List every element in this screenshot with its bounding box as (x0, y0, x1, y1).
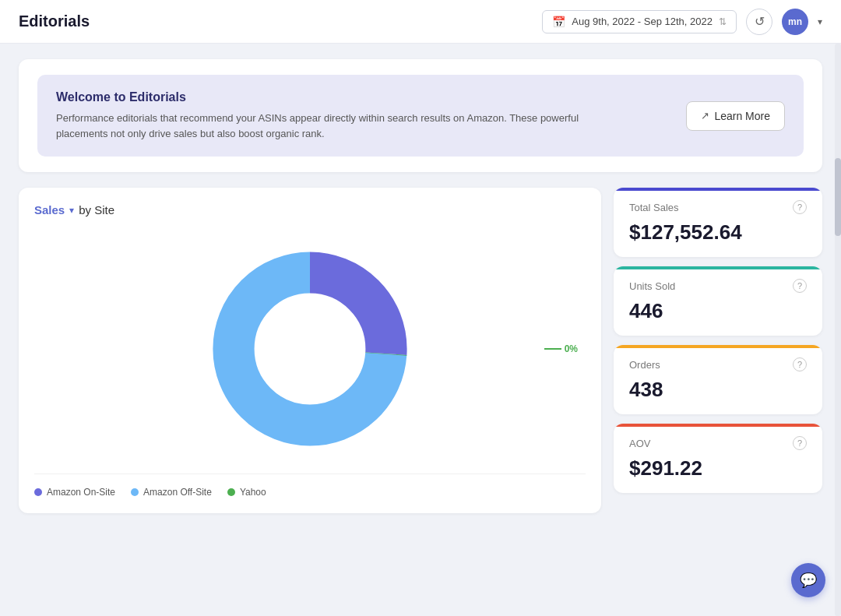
segment-label-yahoo: 0% (544, 343, 578, 354)
metric-cards-panel: Total Sales ? $127,552.64 Units Sold ? 4… (614, 188, 822, 513)
legend-label-onsite: Amazon On-Site (47, 487, 115, 498)
metric-help-aov[interactable]: ? (793, 436, 807, 450)
date-range-picker[interactable]: 📅 Aug 9th, 2022 - Sep 12th, 2022 ⇅ (542, 10, 737, 33)
metric-label-units-sold: Units Sold (629, 280, 675, 292)
donut-chart-container: 26% 74% 0% (34, 232, 586, 466)
chart-metric-name[interactable]: Sales (34, 203, 65, 216)
welcome-title: Welcome to Editorials (56, 90, 586, 104)
legend-label-yahoo: Yahoo (240, 487, 266, 498)
metric-label-aov: AOV (629, 438, 650, 449)
metric-card-aov: AOV ? $291.22 (614, 424, 822, 493)
chart-legend: Amazon On-Site Amazon Off-Site Yahoo (34, 473, 586, 498)
metric-label-total-sales: Total Sales (629, 202, 679, 213)
metric-card-total-sales: Total Sales ? $127,552.64 (614, 188, 822, 257)
chart-title-suffix: by Site (79, 203, 114, 216)
header: Editorials 📅 Aug 9th, 2022 - Sep 12th, 2… (0, 0, 841, 44)
metric-header-units-sold: Units Sold ? (629, 279, 807, 293)
scrollbar[interactable] (835, 44, 841, 616)
user-avatar[interactable]: mn (782, 9, 808, 35)
segment-label-onsite: 26% (178, 298, 199, 310)
legend-label-offsite: Amazon Off-Site (143, 487, 212, 498)
metric-header-orders: Orders ? (629, 357, 807, 371)
metric-label-orders: Orders (629, 359, 660, 371)
legend-item-offsite: Amazon Off-Site (131, 487, 212, 498)
chart-title: Sales ▾ by Site (34, 203, 586, 216)
donut-center (255, 294, 364, 403)
external-link-icon: ↗ (701, 110, 709, 121)
metric-value-total-sales: $127,552.64 (629, 220, 807, 245)
metric-value-units-sold: 446 (629, 299, 807, 323)
metric-card-orders: Orders ? 438 (614, 345, 822, 414)
scrollbar-thumb[interactable] (835, 158, 841, 236)
chat-icon: 💬 (800, 572, 817, 589)
header-right: 📅 Aug 9th, 2022 - Sep 12th, 2022 ⇅ ↺ mn … (542, 9, 822, 35)
learn-more-label: Learn More (714, 110, 770, 122)
refresh-button[interactable]: ↺ (746, 9, 772, 35)
page-title: Editorials (19, 12, 90, 30)
legend-dot-onsite (34, 488, 42, 496)
donut-chart-card: Sales ▾ by Site (19, 188, 601, 513)
metric-help-orders[interactable]: ? (793, 357, 807, 371)
calendar-icon: 📅 (552, 16, 565, 28)
chevron-up-down-icon: ⇅ (719, 16, 727, 27)
legend-dot-offsite (131, 488, 139, 496)
welcome-text: Welcome to Editorials Performance editor… (56, 90, 586, 141)
metric-value-aov: $291.22 (629, 456, 807, 480)
metric-header-total-sales: Total Sales ? (629, 200, 807, 214)
legend-item-onsite: Amazon On-Site (34, 487, 115, 498)
user-initials: mn (788, 16, 802, 27)
segment-label-offsite: 74% (128, 380, 148, 392)
chart-metric-dropdown-icon[interactable]: ▾ (69, 205, 74, 216)
user-menu-dropdown-icon[interactable]: ▾ (818, 16, 822, 27)
metric-value-orders: 438 (629, 378, 807, 402)
welcome-description: Performance editorials that recommend yo… (56, 111, 586, 141)
legend-dot-yahoo (227, 488, 235, 496)
metric-help-units-sold[interactable]: ? (793, 279, 807, 293)
metric-card-units-sold: Units Sold ? 446 (614, 266, 822, 336)
refresh-icon: ↺ (755, 14, 765, 29)
learn-more-button[interactable]: ↗ Learn More (686, 101, 785, 131)
donut-svg (201, 240, 419, 458)
legend-item-yahoo: Yahoo (227, 487, 266, 498)
welcome-banner: Welcome to Editorials Performance editor… (19, 59, 822, 172)
metric-help-total-sales[interactable]: ? (793, 200, 807, 214)
date-range-label: Aug 9th, 2022 - Sep 12th, 2022 (572, 16, 713, 27)
main-content: Welcome to Editorials Performance editor… (0, 44, 841, 529)
welcome-inner: Welcome to Editorials Performance editor… (37, 75, 804, 157)
charts-section: Sales ▾ by Site (19, 188, 822, 513)
metric-header-aov: AOV ? (629, 436, 807, 450)
chat-button[interactable]: 💬 (791, 563, 825, 597)
